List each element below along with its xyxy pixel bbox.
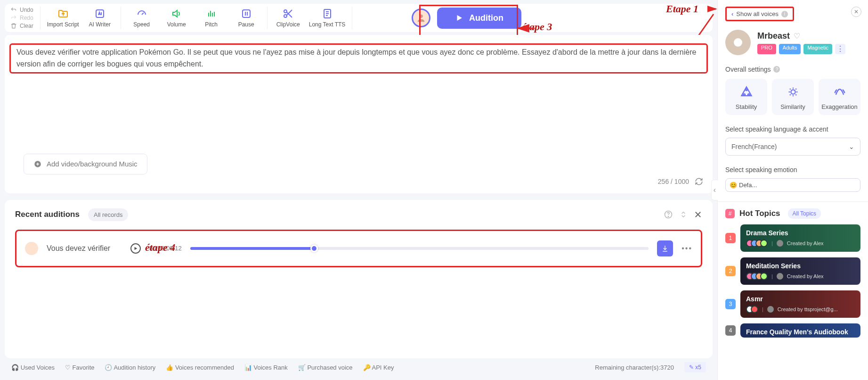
pitch-label: Pitch [205, 21, 218, 28]
audition-label: Audition [469, 13, 503, 23]
clear-label: Clear [20, 23, 33, 29]
help-icon[interactable] [664, 210, 673, 219]
folder-icon [57, 8, 69, 19]
tag-adults: Adults [779, 44, 801, 54]
undo-button[interactable]: Undo [10, 7, 33, 13]
voice-menu-button[interactable]: ⋮ [835, 44, 845, 54]
purchased-link[interactable]: 🛒 Purchased voice [298, 364, 353, 371]
close-panel-button[interactable]: ✕ [851, 7, 861, 17]
document-icon [322, 8, 333, 19]
language-select[interactable]: French(France) ⌄ [725, 138, 860, 156]
speed-label: Speed [133, 21, 150, 28]
volume-button[interactable]: Volume [162, 8, 191, 28]
play-icon [455, 14, 463, 22]
import-script-button[interactable]: Import Script [47, 8, 79, 28]
voice-avatar[interactable] [725, 30, 751, 55]
hot-icon: # [725, 209, 735, 218]
heart-icon[interactable]: ♡ [794, 32, 800, 41]
audition-button[interactable]: Audition [437, 8, 521, 29]
topic-france[interactable]: France Quality Men's Audiobook [740, 323, 860, 338]
pause-label: Pause [238, 21, 254, 28]
row-time: 00:03/00:12 [149, 245, 182, 252]
rank-3: 3 [725, 299, 736, 309]
undo-label: Undo [20, 7, 33, 13]
svg-point-12 [743, 94, 745, 96]
show-all-voices-button[interactable]: ‹ Show all voices i [725, 7, 794, 21]
similarity-button[interactable]: Similarity [772, 79, 814, 115]
row-seekbar[interactable] [190, 247, 649, 250]
redo-button[interactable]: Redo [10, 15, 33, 21]
row-play-button[interactable] [130, 243, 141, 254]
exaggeration-button[interactable]: Exaggeration [819, 79, 860, 115]
language-label: Select speaking language & accent [725, 125, 860, 133]
clip-label: ClipVoice [276, 21, 300, 28]
recent-auditions-title: Recent auditions [15, 210, 80, 219]
topic-row: 1 Drama Series |Created by Alex [725, 224, 860, 252]
redo-label: Redo [20, 15, 33, 21]
svg-point-13 [747, 94, 749, 96]
svg-point-14 [746, 89, 747, 91]
hot-topics-title: Hot Topics [739, 209, 780, 218]
clear-button[interactable]: Clear [10, 23, 33, 29]
footer-bar: 🎧 Used Voices ♡ Favorite 🕘 Audition hist… [5, 358, 713, 376]
api-key-link[interactable]: 🔑 API Key [363, 364, 394, 371]
long-tts-button[interactable]: Long Text TTS [309, 8, 346, 28]
ai-label: AI Writer [89, 21, 110, 28]
voice-avatar-toolbar[interactable] [412, 8, 430, 27]
pitch-button[interactable]: Pitch [197, 8, 226, 28]
show-all-voices-label: Show all voices [736, 10, 779, 17]
topic-asmr[interactable]: Asmr |Created by ttsproject@g... [740, 290, 860, 318]
row-more-button[interactable]: ••• [681, 244, 692, 253]
stability-button[interactable]: Stability [725, 79, 767, 115]
side-panel: ‹ Etape 1 ‹ Show all voices i ✕ Mrbeast … [717, 0, 868, 380]
person-icon [416, 13, 426, 23]
longtts-label: Long Text TTS [309, 21, 346, 28]
emotion-label: Select speaking emotion [725, 166, 860, 173]
svg-rect-3 [243, 10, 250, 17]
remaining-chars: Remaining character(s):3720 [595, 364, 674, 371]
rank-1: 1 [725, 233, 736, 243]
all-topics-button[interactable]: All Topics [788, 208, 821, 219]
row-text: Vous devez vérifier [47, 244, 122, 253]
speed-button[interactable]: Speed [128, 8, 156, 28]
tag-pro: PRO [757, 44, 776, 54]
add-media-button[interactable]: Add video/background Music [24, 154, 147, 174]
topic-meditation[interactable]: Meditation Series |Created by Alex [740, 257, 860, 285]
close-icon[interactable] [694, 210, 702, 219]
svg-point-15 [791, 90, 795, 94]
collapse-panel-button[interactable]: ‹ [711, 180, 718, 200]
pause-button[interactable]: Pause [232, 8, 260, 28]
topic-row: 4 France Quality Men's Audiobook [725, 323, 860, 338]
ai-icon [94, 8, 105, 19]
similarity-icon [787, 85, 800, 99]
ai-writer-button[interactable]: AI Writer [86, 8, 114, 28]
all-records-button[interactable]: All records [88, 208, 128, 221]
svg-point-10 [668, 216, 668, 217]
info-icon: i [781, 11, 788, 17]
script-textarea[interactable]: Vous devez vérifier votre application Po… [16, 47, 701, 70]
pause-icon [241, 8, 252, 19]
audition-row: Vous devez vérifier 00:03/00:12 ••• [15, 230, 702, 267]
main-area: étape 3 étape 2 étape 4 Undo Redo Clear … [0, 0, 717, 380]
recommended-link[interactable]: 👍 Voices recommended [166, 364, 234, 371]
favorite-link[interactable]: ♡ Favorite [65, 364, 95, 371]
x5-badge[interactable]: ✎ x5 [684, 362, 706, 372]
add-media-label: Add video/background Music [47, 160, 138, 168]
row-download-button[interactable] [657, 240, 673, 256]
stability-icon [740, 85, 753, 99]
chevron-down-icon: ⌄ [849, 143, 854, 150]
emotion-chip[interactable]: 😊 Defa... [725, 178, 860, 192]
row-avatar [25, 242, 38, 255]
recent-auditions-panel: Recent auditions All records Vous devez … [5, 200, 713, 358]
clipvoice-button[interactable]: ClipVoice [274, 8, 302, 28]
topic-row: 2 Meditation Series |Created by Alex [725, 257, 860, 285]
history-link[interactable]: 🕘 Audition history [105, 364, 155, 371]
exaggeration-icon [833, 85, 846, 99]
rank-link[interactable]: 📊 Voices Rank [244, 364, 288, 371]
voice-name: Mrbeast [757, 31, 790, 41]
plus-circle-icon [33, 160, 42, 168]
topic-drama[interactable]: Drama Series |Created by Alex [740, 224, 860, 252]
used-voices-link[interactable]: 🎧 Used Voices [11, 364, 55, 371]
sort-icon[interactable] [680, 210, 687, 219]
refresh-icon[interactable] [695, 177, 703, 186]
